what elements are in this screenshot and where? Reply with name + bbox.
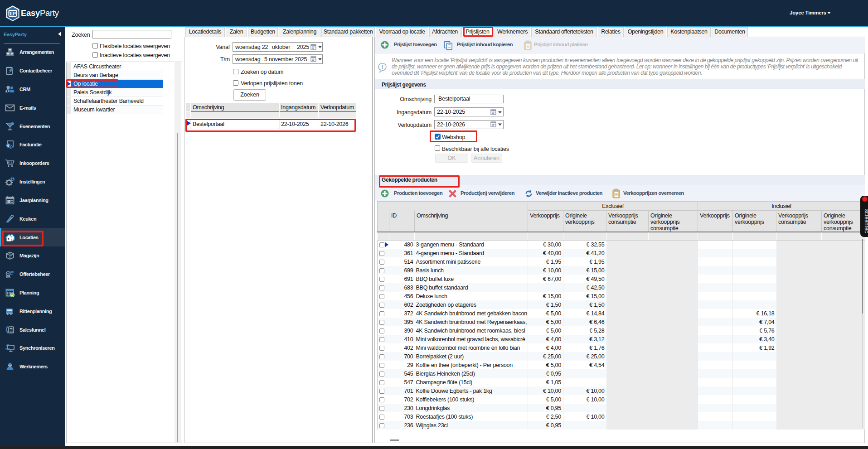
- svg-text:EP: EP: [10, 11, 16, 16]
- svg-text:screenrec: screenrec: [863, 209, 868, 233]
- svg-text:!: !: [382, 64, 383, 70]
- svg-text:12: 12: [7, 200, 11, 203]
